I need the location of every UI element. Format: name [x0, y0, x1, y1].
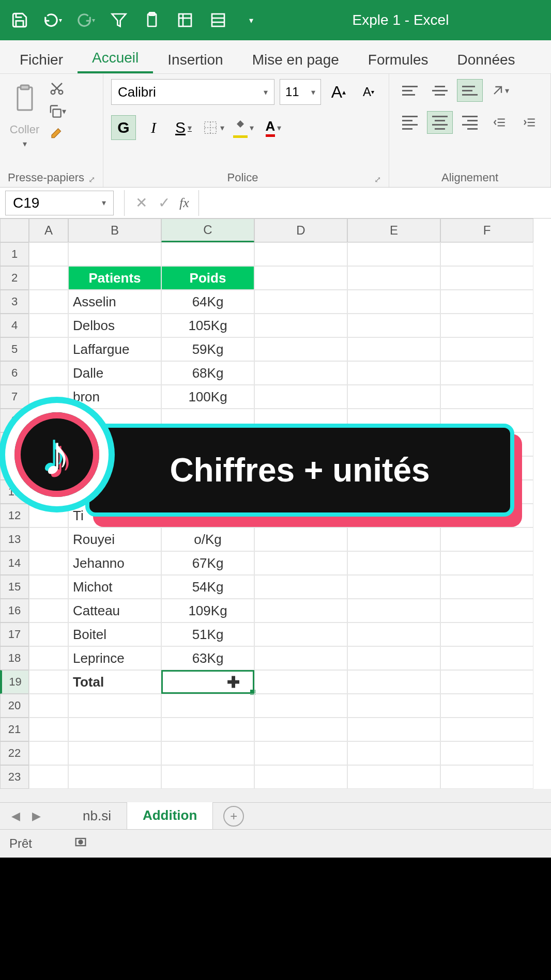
row-header-11[interactable]: 11 — [0, 480, 29, 504]
save-icon[interactable] — [10, 11, 29, 29]
tab-formules[interactable]: Formules — [354, 44, 443, 73]
cell-A5[interactable] — [29, 337, 68, 361]
tab-insertion[interactable]: Insertion — [153, 44, 237, 73]
row-header-14[interactable]: 14 — [0, 551, 29, 575]
cell-D12[interactable] — [254, 504, 347, 527]
column-header-A[interactable]: A — [29, 219, 68, 242]
cell-E4[interactable] — [347, 314, 440, 337]
cell-A22[interactable] — [29, 741, 68, 765]
cell-E23[interactable] — [347, 765, 440, 789]
select-all-corner[interactable] — [0, 219, 29, 242]
macro-record-icon[interactable] — [73, 835, 88, 852]
cell-D19[interactable] — [254, 670, 347, 694]
cell-E22[interactable] — [347, 741, 440, 765]
fx-icon[interactable]: fx — [179, 195, 189, 211]
cell-F17[interactable] — [440, 623, 533, 646]
cell-A10[interactable] — [29, 456, 68, 480]
font-color-button[interactable]: A▾ — [261, 115, 286, 140]
cell-E10[interactable] — [347, 456, 440, 480]
cell-A6[interactable] — [29, 361, 68, 385]
cell-F21[interactable] — [440, 718, 533, 741]
cell-A18[interactable] — [29, 646, 68, 670]
cell-C3[interactable]: 64Kg — [161, 290, 254, 314]
cell-C2[interactable]: Poids — [161, 266, 254, 290]
align-center-icon[interactable] — [427, 111, 453, 134]
cell-B16[interactable]: Catteau — [68, 599, 161, 623]
cell-D10[interactable] — [254, 456, 347, 480]
row-header-19[interactable]: 19 — [0, 670, 29, 694]
cell-D20[interactable] — [254, 694, 347, 718]
cell-A15[interactable] — [29, 575, 68, 599]
add-sheet-button[interactable]: + — [223, 806, 244, 827]
cell-E9[interactable] — [347, 432, 440, 456]
cell-C23[interactable] — [161, 765, 254, 789]
cell-F3[interactable] — [440, 290, 533, 314]
row-header-10[interactable]: 10 — [0, 456, 29, 480]
row-header-7[interactable]: 7 — [0, 385, 29, 409]
cell-E3[interactable] — [347, 290, 440, 314]
decrease-indent-icon[interactable] — [487, 111, 513, 134]
cell-E15[interactable] — [347, 575, 440, 599]
cell-C5[interactable]: 59Kg — [161, 337, 254, 361]
font-family-select[interactable]: Calibri ▾ — [111, 79, 274, 105]
layout-icon[interactable] — [176, 11, 194, 29]
cell-B20[interactable] — [68, 694, 161, 718]
cell-B14[interactable]: Jehanno — [68, 551, 161, 575]
cell-D6[interactable] — [254, 361, 347, 385]
cell-F20[interactable] — [440, 694, 533, 718]
row-header-16[interactable]: 16 — [0, 599, 29, 623]
undo-icon[interactable]: ▾ — [43, 11, 62, 29]
cell-E16[interactable] — [347, 599, 440, 623]
cell-C6[interactable]: 68Kg — [161, 361, 254, 385]
cell-E11[interactable] — [347, 480, 440, 504]
align-top-icon[interactable] — [397, 79, 423, 102]
cell-C12[interactable] — [161, 504, 254, 527]
borders-button[interactable]: ▾ — [201, 115, 226, 140]
cell-E21[interactable] — [347, 718, 440, 741]
cell-A12[interactable] — [29, 504, 68, 527]
cell-F10[interactable] — [440, 456, 533, 480]
cell-E18[interactable] — [347, 646, 440, 670]
cell-C20[interactable] — [161, 694, 254, 718]
row-header-5[interactable]: 5 — [0, 337, 29, 361]
cell-B19[interactable]: Total — [68, 670, 161, 694]
tab-donnees[interactable]: Données — [443, 44, 530, 73]
cell-D11[interactable] — [254, 480, 347, 504]
cell-B1[interactable] — [68, 242, 161, 266]
copy-icon[interactable]: ▾ — [48, 102, 66, 120]
cell-F6[interactable] — [440, 361, 533, 385]
row-header-8[interactable]: 8 — [0, 409, 29, 432]
cut-icon[interactable] — [48, 79, 66, 98]
cell-C15[interactable]: 54Kg — [161, 575, 254, 599]
qat-more-icon[interactable]: ▾ — [242, 11, 261, 29]
align-left-icon[interactable] — [397, 111, 423, 134]
filter-icon[interactable] — [110, 11, 128, 29]
column-header-F[interactable]: F — [440, 219, 533, 242]
cell-B22[interactable] — [68, 741, 161, 765]
cell-F7[interactable] — [440, 385, 533, 409]
cell-A1[interactable] — [29, 242, 68, 266]
cell-A7[interactable] — [29, 385, 68, 409]
cell-D21[interactable] — [254, 718, 347, 741]
cell-D17[interactable] — [254, 623, 347, 646]
sheet-tab-addition[interactable]: Addition — [127, 802, 213, 830]
cell-B18[interactable]: Leprince — [68, 646, 161, 670]
cell-E12[interactable] — [347, 504, 440, 527]
sheet-nav-next-icon[interactable]: ▶ — [26, 806, 47, 827]
cell-C18[interactable]: 63Kg — [161, 646, 254, 670]
cell-E13[interactable] — [347, 527, 440, 551]
cell-B15[interactable]: Michot — [68, 575, 161, 599]
cell-E17[interactable] — [347, 623, 440, 646]
cell-D7[interactable] — [254, 385, 347, 409]
cell-A13[interactable] — [29, 527, 68, 551]
font-size-select[interactable]: 11 ▾ — [280, 79, 321, 105]
cell-E20[interactable] — [347, 694, 440, 718]
spreadsheet-grid[interactable]: ABCDEF12PatientsPoids3Asselin64Kg4Delbos… — [0, 219, 551, 789]
cell-B4[interactable]: Delbos — [68, 314, 161, 337]
cell-E8[interactable] — [347, 409, 440, 432]
format-painter-icon[interactable] — [48, 125, 66, 143]
cell-C8[interactable] — [161, 409, 254, 432]
increase-font-icon[interactable]: A▴ — [326, 80, 351, 104]
cell-F11[interactable] — [440, 480, 533, 504]
paste-button[interactable] — [8, 79, 41, 118]
